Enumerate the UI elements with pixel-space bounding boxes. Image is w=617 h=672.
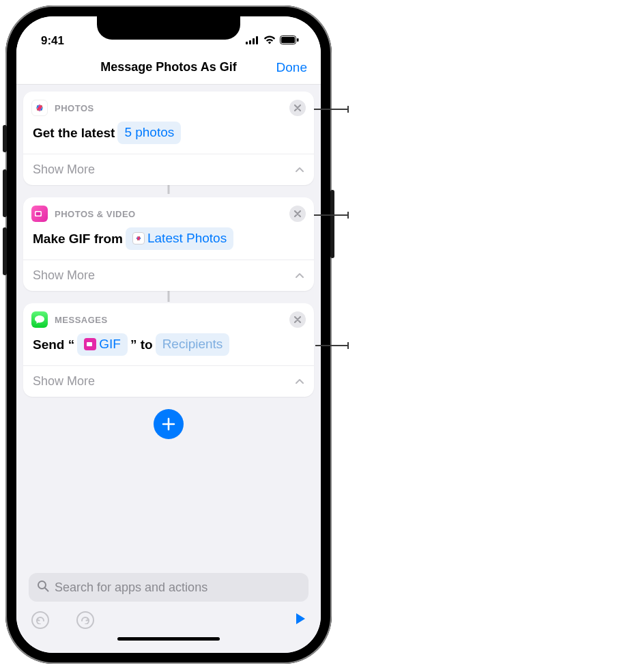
nav-bar: Message Photos As Gif Done xyxy=(16,51,321,85)
action-body: Get the latest 5 photos xyxy=(23,120,314,154)
delete-action-button[interactable] xyxy=(289,206,306,222)
action-body: Make GIF from Latest Photos xyxy=(23,226,314,260)
gif-chip-icon xyxy=(84,338,96,350)
cellular-icon xyxy=(246,34,259,48)
search-placeholder: Search for apps and actions xyxy=(55,580,207,595)
battery-icon xyxy=(280,34,299,48)
svg-rect-1 xyxy=(249,40,251,44)
redo-button[interactable] xyxy=(76,611,94,629)
show-more-button[interactable]: Show More xyxy=(33,374,295,389)
body-text: Make GIF from xyxy=(33,229,123,249)
chevron-up-icon xyxy=(295,270,304,282)
messages-app-icon xyxy=(31,311,48,328)
parameter-input-variable[interactable]: Latest Photos xyxy=(126,227,233,250)
action-card-photos[interactable]: PHOTOS Get the latest 5 photos Show More xyxy=(23,92,314,185)
toolbar xyxy=(29,607,308,634)
body-text: ” to xyxy=(130,335,153,355)
svg-rect-16 xyxy=(36,212,41,216)
plus-icon xyxy=(161,417,176,432)
parameter-message-content[interactable]: GIF xyxy=(77,333,128,356)
undo-icon xyxy=(35,616,45,624)
photosvideo-app-icon xyxy=(31,206,48,222)
action-app-label: MESSAGES xyxy=(55,315,289,325)
action-app-label: PHOTOS & VIDEO xyxy=(55,209,289,219)
body-text: Send “ xyxy=(33,335,74,355)
close-icon xyxy=(294,104,301,111)
delete-action-button[interactable] xyxy=(289,311,306,328)
svg-rect-6 xyxy=(297,38,299,42)
token-label: Latest Photos xyxy=(147,228,227,249)
token-label: GIF xyxy=(99,334,121,354)
side-button-volume-up xyxy=(3,169,7,217)
action-app-label: PHOTOS xyxy=(55,103,289,113)
play-icon xyxy=(295,613,306,625)
chevron-up-icon xyxy=(295,376,304,388)
search-input[interactable]: Search for apps and actions xyxy=(29,573,308,602)
iphone-frame: 9:41 Message Photos As Gif Done xyxy=(5,5,332,664)
screen: 9:41 Message Photos As Gif Done xyxy=(16,16,321,653)
done-button[interactable]: Done xyxy=(276,60,307,75)
delete-action-button[interactable] xyxy=(289,100,306,116)
status-right xyxy=(246,34,299,48)
add-action-button[interactable] xyxy=(154,409,184,439)
status-time: 9:41 xyxy=(41,34,64,48)
side-button-volume-down xyxy=(3,227,7,275)
side-button-silent xyxy=(3,125,7,152)
chevron-up-icon xyxy=(295,164,304,176)
notch xyxy=(97,16,240,40)
svg-line-25 xyxy=(45,588,48,591)
svg-rect-2 xyxy=(253,38,255,44)
shortcut-editor: PHOTOS Get the latest 5 photos Show More xyxy=(16,85,321,573)
photos-chip-icon xyxy=(132,232,145,244)
svg-rect-5 xyxy=(281,37,295,43)
parameter-recipients[interactable]: Recipients xyxy=(156,333,230,356)
redo-icon xyxy=(81,616,90,624)
body-text: Get the latest xyxy=(33,123,115,143)
parameter-photo-count[interactable]: 5 photos xyxy=(117,122,181,144)
action-card-make-gif[interactable]: PHOTOS & VIDEO Make GIF from Latest Phot… xyxy=(23,197,314,291)
close-icon xyxy=(294,316,301,323)
bottom-bar: Search for apps and actions xyxy=(16,573,321,653)
run-button[interactable] xyxy=(295,613,306,628)
token-label: Recipients xyxy=(162,334,223,354)
action-card-send-message[interactable]: MESSAGES Send “ GIF ” to Reci xyxy=(23,303,314,397)
photos-app-icon xyxy=(31,100,48,116)
token-label: 5 photos xyxy=(124,122,174,143)
callout-line xyxy=(315,345,348,346)
side-button-power xyxy=(330,190,334,258)
wifi-icon xyxy=(263,34,276,48)
search-icon xyxy=(37,580,49,596)
show-more-button[interactable]: Show More xyxy=(33,163,295,177)
svg-rect-0 xyxy=(246,42,248,44)
undo-button[interactable] xyxy=(31,611,49,629)
home-indicator xyxy=(117,637,220,641)
show-more-button[interactable]: Show More xyxy=(33,268,295,283)
page-title: Message Photos As Gif xyxy=(100,60,236,74)
action-body: Send “ GIF ” to Recipients xyxy=(23,332,314,365)
svg-rect-3 xyxy=(256,36,258,44)
svg-rect-23 xyxy=(87,342,92,346)
close-icon xyxy=(294,210,301,217)
